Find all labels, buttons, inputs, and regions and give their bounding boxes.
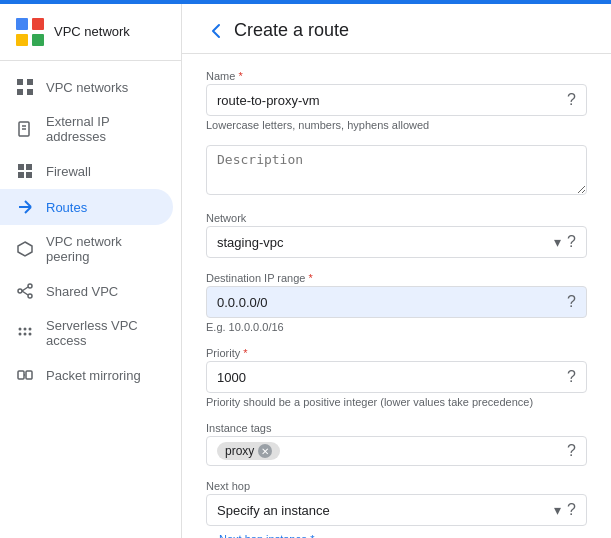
- next-hop-instance-floating-label: Next hop instance *: [216, 533, 317, 538]
- main-content: Create a route Name * ? Lowercase letter…: [182, 4, 611, 538]
- sidebar-item-vpc-networks[interactable]: VPC networks: [0, 69, 173, 105]
- svg-point-26: [29, 328, 32, 331]
- sidebar-item-vpc-peering[interactable]: VPC network peering: [0, 225, 173, 273]
- svg-marker-18: [18, 242, 32, 256]
- svg-rect-5: [27, 79, 33, 85]
- sidebar-title: VPC network: [54, 24, 130, 41]
- sidebar-item-external-ip[interactable]: External IP addresses: [0, 105, 173, 153]
- svg-rect-14: [26, 172, 32, 178]
- sidebar-label-packet-mirroring: Packet mirroring: [46, 368, 141, 383]
- destination-ip-help-icon[interactable]: ?: [567, 293, 576, 311]
- back-button[interactable]: [206, 21, 226, 41]
- svg-rect-0: [16, 18, 28, 30]
- grid-icon: [16, 78, 34, 96]
- svg-rect-30: [18, 371, 24, 379]
- svg-rect-1: [32, 18, 44, 30]
- network-select[interactable]: staging-vpc ▾ ?: [206, 226, 587, 258]
- name-input-row[interactable]: ?: [206, 84, 587, 116]
- name-input[interactable]: [217, 93, 563, 108]
- svg-point-21: [28, 294, 32, 298]
- svg-point-19: [18, 289, 22, 293]
- destination-ip-value: 0.0.0.0/0: [217, 295, 567, 310]
- priority-group: Priority * ? Priority should be a positi…: [206, 347, 587, 408]
- instance-tags-group: Instance tags proxy ✕ ?: [206, 422, 587, 466]
- vpc-logo: [16, 18, 44, 46]
- svg-line-22: [22, 287, 28, 291]
- next-hop-label: Next hop: [206, 480, 587, 492]
- next-hop-help-icon[interactable]: ?: [567, 501, 576, 519]
- network-label: Network: [206, 212, 587, 224]
- form-area: Name * ? Lowercase letters, numbers, hyp…: [182, 54, 611, 538]
- destination-label: Destination IP range *: [206, 272, 587, 284]
- sidebar-header: VPC network: [0, 4, 181, 61]
- sidebar-label-firewall: Firewall: [46, 164, 91, 179]
- sidebar-label-shared-vpc: Shared VPC: [46, 284, 118, 299]
- sidebar-item-shared-vpc[interactable]: Shared VPC: [0, 273, 173, 309]
- svg-point-27: [19, 333, 22, 336]
- firewall-icon: [16, 162, 34, 180]
- tag-chip-proxy: proxy ✕: [217, 442, 280, 460]
- priority-input-row[interactable]: ?: [206, 361, 587, 393]
- sidebar-nav: VPC networks External IP addresses: [0, 61, 181, 393]
- svg-point-29: [29, 333, 32, 336]
- destination-ip-group: Destination IP range * 0.0.0.0/0 ? E.g. …: [206, 272, 587, 333]
- doc-icon: [16, 120, 34, 138]
- priority-help-icon[interactable]: ?: [567, 368, 576, 386]
- name-hint: Lowercase letters, numbers, hyphens allo…: [206, 119, 587, 131]
- sidebar-label-vpc-peering: VPC network peering: [46, 234, 157, 264]
- next-hop-value: Specify an instance: [217, 503, 550, 518]
- next-hop-select[interactable]: Specify an instance ▾ ?: [206, 494, 587, 526]
- main-header: Create a route: [182, 4, 611, 54]
- top-bar: [0, 0, 611, 4]
- network-chevron-icon: ▾: [554, 234, 561, 250]
- instance-tags-row[interactable]: proxy ✕ ?: [206, 436, 587, 466]
- sidebar-label-routes: Routes: [46, 200, 87, 215]
- svg-line-23: [22, 291, 28, 295]
- tag-chip-label: proxy: [225, 444, 254, 458]
- serverless-icon: [16, 324, 34, 342]
- svg-rect-7: [27, 89, 33, 95]
- next-hop-group: Next hop Specify an instance ▾ ?: [206, 480, 587, 526]
- svg-rect-6: [17, 89, 23, 95]
- svg-rect-3: [32, 34, 44, 46]
- destination-ip-row[interactable]: 0.0.0.0/0 ?: [206, 286, 587, 318]
- sidebar-label-external-ip: External IP addresses: [46, 114, 157, 144]
- page-title: Create a route: [234, 20, 349, 41]
- svg-rect-31: [26, 371, 32, 379]
- instance-tags-label: Instance tags: [206, 422, 587, 434]
- svg-rect-11: [18, 164, 24, 170]
- priority-label: Priority *: [206, 347, 587, 359]
- network-value: staging-vpc: [217, 235, 550, 250]
- description-group: [206, 145, 587, 198]
- sidebar: VPC network VPC networks: [0, 4, 182, 538]
- mirroring-icon: [16, 366, 34, 384]
- sidebar-label-vpc-networks: VPC networks: [46, 80, 128, 95]
- svg-point-24: [19, 328, 22, 331]
- destination-ip-hint: E.g. 10.0.0.0/16: [206, 321, 587, 333]
- remove-tag-icon[interactable]: ✕: [258, 444, 272, 458]
- name-help-icon[interactable]: ?: [567, 91, 576, 109]
- sidebar-item-serverless-vpc[interactable]: Serverless VPC access: [0, 309, 173, 357]
- network-group: Network staging-vpc ▾ ?: [206, 212, 587, 258]
- name-label: Name *: [206, 70, 587, 82]
- sidebar-item-firewall[interactable]: Firewall: [0, 153, 173, 189]
- svg-rect-12: [26, 164, 32, 170]
- routes-icon: [16, 198, 34, 216]
- svg-rect-4: [17, 79, 23, 85]
- priority-hint: Priority should be a positive integer (l…: [206, 396, 587, 408]
- next-hop-chevron-icon: ▾: [554, 502, 561, 518]
- network-help-icon[interactable]: ?: [567, 233, 576, 251]
- svg-point-25: [24, 328, 27, 331]
- instance-tags-help-icon[interactable]: ?: [567, 442, 576, 460]
- description-input[interactable]: [206, 145, 587, 195]
- sidebar-item-packet-mirroring[interactable]: Packet mirroring: [0, 357, 173, 393]
- name-group: Name * ? Lowercase letters, numbers, hyp…: [206, 70, 587, 131]
- svg-point-28: [24, 333, 27, 336]
- next-hop-instance-label-text: Next hop instance: [219, 533, 307, 538]
- sidebar-item-routes[interactable]: Routes: [0, 189, 173, 225]
- priority-input[interactable]: [217, 370, 563, 385]
- sidebar-label-serverless-vpc: Serverless VPC access: [46, 318, 157, 348]
- svg-rect-2: [16, 34, 28, 46]
- svg-point-20: [28, 284, 32, 288]
- peering-icon: [16, 240, 34, 258]
